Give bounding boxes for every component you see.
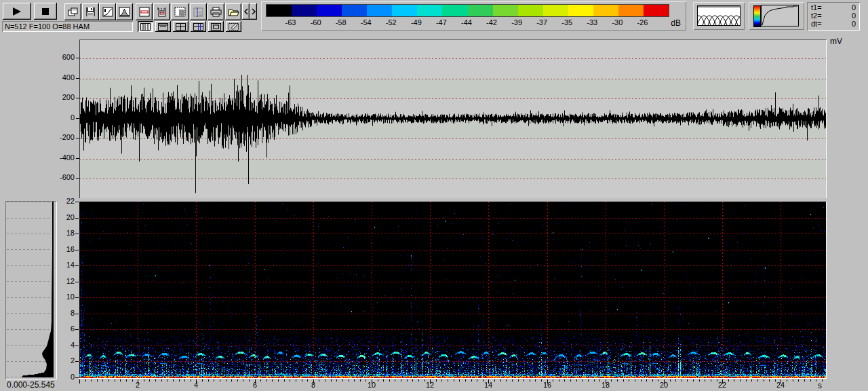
color-scale-tick: -26 [630,18,655,26]
tick-label: 6 [60,324,75,333]
tick-label: 16 [60,245,75,253]
tick-label: 600 [56,53,75,61]
color-scale-unit-label: dB [671,18,681,28]
tick-mark [76,58,79,58]
intensity-curve-icon [761,5,799,26]
tick-mark [75,202,79,202]
dt-row: dt=0 [811,20,856,28]
color-scale-tick: -42 [479,18,505,26]
tick-label: 8 [307,381,320,389]
color-scale-tick: -39 [505,18,530,26]
color-scale-segment [618,5,644,16]
tick-label: 18 [599,381,612,389]
tick-label: 24 [774,381,787,389]
time-axis-unit-label: s [818,381,822,390]
color-scale-tick-labels: -63-60-58-54-52-49-47-44-42-39-37-35-33-… [278,18,655,26]
tick-label: -400 [56,153,75,162]
stop-button[interactable] [34,3,57,20]
color-scale-bar [266,4,669,17]
tick-mark [75,314,79,314]
t2-label: t2= [811,12,822,20]
layout-header-button[interactable] [155,21,171,32]
color-scale-segment [442,5,467,16]
copy-button[interactable] [64,3,81,20]
average-spectrum-panel [5,201,57,379]
tick-label: -200 [56,133,75,141]
color-scale-segment [417,5,442,16]
fill-region-icon [174,7,186,17]
color-scale-panel: -63-60-58-54-52-49-47-44-42-39-37-35-33-… [261,1,686,31]
tick-mark [75,377,79,378]
fft-settings-statusbox: N=512 F=100 O=88 HAM [2,21,133,32]
save-button[interactable] [82,3,99,20]
color-scale-tick: -47 [429,18,454,26]
color-scale-segment [292,5,317,16]
layout-vertical-lines-icon [140,23,151,31]
tick-label: 14 [60,261,75,269]
color-scale-segment [493,5,518,16]
transfer-curve-button[interactable] [99,3,116,20]
time-range-label: 0.000-25.545 [7,380,55,390]
color-scale-tick: -33 [580,18,605,26]
tick-label: 400 [56,73,75,81]
spectrogram-canvas[interactable] [79,202,826,378]
tick-label: 16 [540,381,554,389]
play-icon [10,6,24,17]
edit-annotations-button[interactable] [226,21,241,32]
step-back-button[interactable] [242,3,250,20]
window-function-button[interactable] [116,3,133,20]
spectrum-section-icon: s [193,7,204,18]
layout-grid-button[interactable] [173,21,189,32]
time-cursor-panel: t1=0 t2=0 dt=0 [807,2,860,31]
tick-mark [76,178,79,179]
step-forward-button[interactable] [250,3,257,20]
color-scale-segment [392,5,417,16]
layout-cross-cursor-icon [193,23,203,31]
tick-mark [76,118,79,119]
color-scale-tick: -30 [605,18,630,26]
color-scale-segment [342,5,367,16]
open-folder-icon [228,7,239,17]
tick-mark [76,78,79,79]
layout-waveform-button[interactable] [138,21,153,32]
spectrum-section-button[interactable]: s [190,3,207,20]
waveform-plot[interactable] [79,39,827,198]
open-file-button[interactable] [225,3,241,20]
layout-top-lines-icon [158,23,168,31]
tick-mark [75,234,79,234]
tick-label: 4 [189,381,203,389]
chevron-right-icon [251,8,256,15]
tick-label: 200 [56,93,75,101]
dt-label: dt= [811,20,822,28]
tick-mark [75,282,79,282]
stop-icon [40,6,51,17]
tick-label: 0 [56,113,75,122]
tick-mark [75,297,79,298]
color-scale-tick: -60 [303,18,328,26]
color-scale-tick: -54 [353,18,378,26]
tick-label: 22 [60,197,75,205]
color-scale-tick: -63 [278,18,303,26]
color-scale-tick: -44 [454,18,479,26]
spectrogram-plot[interactable] [79,202,827,379]
color-scale-segment [468,5,493,16]
fill-region-button[interactable] [171,3,189,20]
layout-grid-cursor-button[interactable] [191,21,206,32]
waveform-canvas[interactable] [79,40,826,198]
chevron-left-icon [243,8,249,15]
layout-cross-icon [176,23,186,31]
color-scale-segment [593,5,618,16]
print-button[interactable] [208,3,224,20]
play-button[interactable] [3,3,31,20]
color-scale-segment [518,5,543,16]
color-scale-tick: -58 [328,18,353,26]
layout-frame-button[interactable] [208,21,224,32]
tick-label: 4 [60,341,75,349]
zoom-region-button[interactable] [153,3,170,20]
tick-label: 8 [60,309,75,317]
color-scale-tick: -52 [378,18,403,26]
dt-value: 0 [852,20,856,28]
average-spectrum-canvas [6,202,55,377]
select-region-button[interactable] [136,3,153,20]
copy-icon [68,7,79,17]
